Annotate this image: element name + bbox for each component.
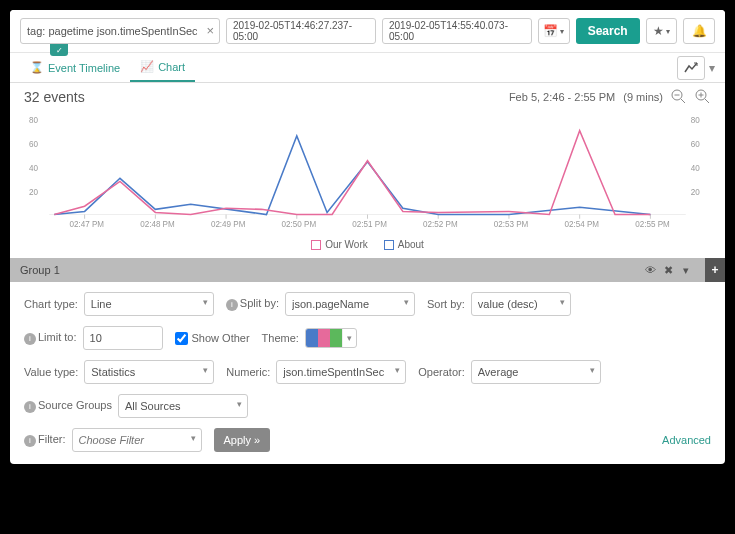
value-type-select[interactable]: Statistics: [84, 360, 214, 384]
numeric-label: Numeric:: [226, 366, 270, 378]
info-icon[interactable]: i: [226, 299, 238, 311]
advanced-link[interactable]: Advanced: [662, 434, 711, 446]
zoom-in-icon[interactable]: [695, 89, 711, 105]
svg-text:20: 20: [691, 188, 700, 197]
eye-icon[interactable]: 👁: [641, 264, 659, 276]
legend-item-our-work[interactable]: Our Work: [311, 239, 368, 250]
chart-type-label: Chart type:: [24, 298, 78, 310]
svg-text:40: 40: [29, 164, 38, 173]
svg-text:02:51 PM: 02:51 PM: [352, 220, 387, 229]
info-icon[interactable]: i: [24, 435, 36, 447]
chart-view-button[interactable]: [677, 56, 705, 80]
show-other-checkbox[interactable]: Show Other: [175, 332, 250, 345]
limit-input[interactable]: [83, 326, 163, 350]
sort-by-select[interactable]: value (desc): [471, 292, 571, 316]
svg-text:02:55 PM: 02:55 PM: [635, 220, 670, 229]
svg-text:02:48 PM: 02:48 PM: [140, 220, 175, 229]
theme-picker[interactable]: ▾: [305, 328, 357, 348]
source-groups-select[interactable]: All Sources: [118, 394, 248, 418]
group-caret-icon[interactable]: ▾: [677, 264, 695, 277]
search-button[interactable]: Search: [576, 18, 640, 44]
numeric-select[interactable]: json.timeSpentInSec: [276, 360, 406, 384]
info-icon[interactable]: i: [24, 401, 36, 413]
chart-view-caret-icon[interactable]: ▾: [709, 61, 715, 75]
svg-text:80: 80: [691, 116, 700, 125]
theme-label: Theme:: [262, 332, 299, 344]
svg-line-1: [681, 99, 685, 103]
filter-input[interactable]: [72, 428, 202, 452]
saved-search-tag[interactable]: ✓: [50, 44, 68, 56]
svg-text:02:47 PM: 02:47 PM: [69, 220, 104, 229]
svg-text:02:50 PM: 02:50 PM: [282, 220, 317, 229]
duration-text: (9 mins): [623, 91, 663, 103]
tab-chart[interactable]: 📈 Chart: [130, 53, 195, 82]
timeline-icon: ⌛: [30, 61, 44, 74]
chart-type-select[interactable]: Line: [84, 292, 214, 316]
operator-select[interactable]: Average: [471, 360, 601, 384]
clear-query-icon[interactable]: ×: [206, 23, 214, 38]
source-groups-label: iSource Groups: [24, 399, 112, 413]
add-group-button[interactable]: +: [705, 258, 725, 282]
legend-item-about[interactable]: About: [384, 239, 424, 250]
event-count: 32 events: [24, 89, 85, 105]
svg-text:40: 40: [691, 164, 700, 173]
svg-text:02:53 PM: 02:53 PM: [494, 220, 529, 229]
svg-text:02:52 PM: 02:52 PM: [423, 220, 458, 229]
svg-text:20: 20: [29, 188, 38, 197]
split-by-label: iSplit by:: [226, 297, 279, 311]
time-from-input[interactable]: 2019-02-05T14:46:27.237-05:00: [226, 18, 376, 44]
query-input[interactable]: [20, 18, 220, 44]
legend: Our Work About: [10, 235, 725, 258]
filter-label: iFilter:: [24, 433, 66, 447]
svg-text:80: 80: [29, 116, 38, 125]
limit-label: iLimit to:: [24, 331, 77, 345]
value-type-label: Value type:: [24, 366, 78, 378]
split-by-select[interactable]: json.pageName: [285, 292, 415, 316]
calendar-button[interactable]: 📅▾: [538, 18, 570, 44]
favorite-button[interactable]: ★▾: [646, 18, 678, 44]
operator-label: Operator:: [418, 366, 464, 378]
svg-text:60: 60: [691, 140, 700, 149]
time-to-input[interactable]: 2019-02-05T14:55:40.073-05:00: [382, 18, 532, 44]
bell-icon: 🔔: [692, 24, 707, 38]
time-range-text: Feb 5, 2:46 - 2:55 PM: [509, 91, 615, 103]
info-icon[interactable]: i: [24, 333, 36, 345]
chart-icon: 📈: [140, 60, 154, 73]
group-header[interactable]: Group 1 👁 ✖ ▾: [10, 258, 705, 282]
calendar-icon: 📅: [543, 24, 558, 38]
svg-text:02:54 PM: 02:54 PM: [565, 220, 600, 229]
svg-line-4: [705, 99, 709, 103]
remove-group-icon[interactable]: ✖: [659, 264, 677, 277]
zoom-out-icon[interactable]: [671, 89, 687, 105]
notifications-button[interactable]: 🔔: [683, 18, 715, 44]
svg-text:60: 60: [29, 140, 38, 149]
tab-event-timeline[interactable]: ⌛ Event Timeline: [20, 54, 130, 81]
chart-area: 80 60 40 20 80 60 40 20 02:47 PM 02:48 P…: [10, 111, 725, 235]
svg-text:02:49 PM: 02:49 PM: [211, 220, 246, 229]
apply-button[interactable]: Apply »: [214, 428, 271, 452]
sort-by-label: Sort by:: [427, 298, 465, 310]
